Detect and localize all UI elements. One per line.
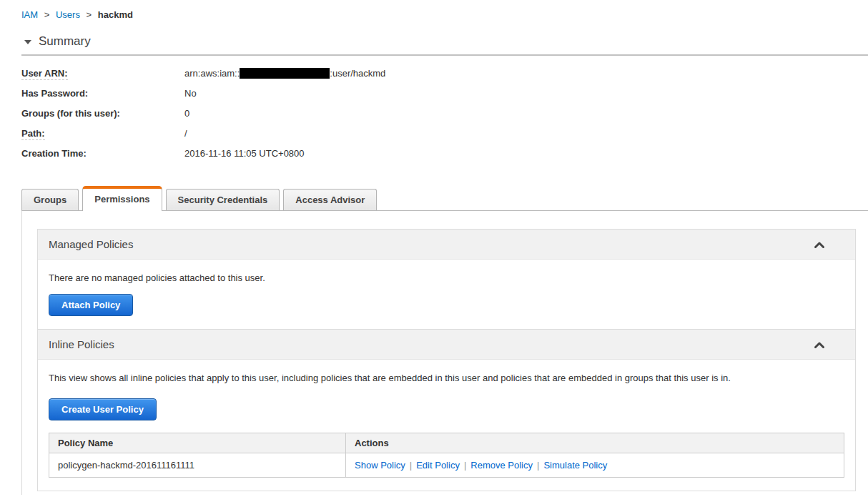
user-arn-value: arn:aws:iam:::user/hackmd [184,67,385,80]
field-row-groups: Groups (for this user): 0 [21,107,868,120]
inline-policies-title: Inline Policies [49,338,114,350]
chevron-up-icon[interactable] [814,240,825,252]
field-row-creation-time: Creation Time: 2016-11-16 11:05 UTC+0800 [21,147,868,160]
path-label[interactable]: Path: [21,127,184,140]
simulate-policy-link[interactable]: Simulate Policy [543,460,607,471]
tab-access-advisor[interactable]: Access Advisor [283,189,377,210]
triangle-down-icon [24,40,31,44]
permissions-tab-panel: Managed Policies There are no managed po… [21,211,868,495]
inline-policies-description: This view shows all inline policies that… [49,372,844,384]
edit-policy-link[interactable]: Edit Policy [416,460,460,471]
tab-permissions[interactable]: Permissions [82,186,162,211]
creation-time-value: 2016-11-16 11:05 UTC+0800 [184,147,305,160]
summary-section-toggle[interactable]: Summary [21,34,868,49]
managed-policies-body: There are no managed policies attached t… [38,260,855,329]
summary-divider [21,54,868,56]
actions-column-header: Actions [346,433,844,453]
breadcrumb-separator: > [87,9,92,20]
attach-policy-button[interactable]: Attach Policy [49,294,133,316]
breadcrumb: IAM > Users > hackmd [21,9,868,21]
inline-policies-table: Policy Name Actions policygen-hackmd-201… [49,433,844,478]
actions-cell: Show Policy|Edit Policy|Remove Policy|Si… [346,453,844,478]
user-arn-label[interactable]: User ARN: [21,67,184,80]
breadcrumb-link-users[interactable]: Users [56,9,80,20]
breadcrumb-separator: > [44,9,50,20]
tab-groups[interactable]: Groups [21,189,79,210]
action-separator: | [464,460,466,471]
tab-security-credentials[interactable]: Security Credentials [166,189,280,210]
redacted-account-id [240,68,330,79]
action-separator: | [410,460,412,471]
inline-policies-header[interactable]: Inline Policies [38,329,855,360]
managed-policies-header[interactable]: Managed Policies [38,230,855,260]
tab-bar: Groups Permissions Security Credentials … [21,186,868,211]
field-row-user-arn: User ARN: arn:aws:iam:::user/hackmd [21,67,868,80]
field-row-path: Path: / [21,127,868,140]
has-password-value: No [184,87,197,100]
has-password-label: Has Password: [21,87,184,100]
policies-accordion: Managed Policies There are no managed po… [37,229,856,491]
summary-title: Summary [39,34,91,49]
field-row-has-password: Has Password: No [21,87,868,100]
groups-value: 0 [184,107,189,120]
iam-user-detail-page: IAM > Users > hackmd Summary User ARN: a… [0,0,868,495]
create-user-policy-button[interactable]: Create User Policy [49,398,157,420]
policy-name-column-header: Policy Name [49,433,346,453]
creation-time-label: Creation Time: [21,147,184,160]
managed-policies-empty-text: There are no managed policies attached t… [49,272,844,284]
action-separator: | [537,460,539,471]
table-row: policygen-hackmd-201611161111 Show Polic… [49,453,844,478]
managed-policies-title: Managed Policies [49,238,133,250]
remove-policy-link[interactable]: Remove Policy [470,460,533,471]
summary-fields: User ARN: arn:aws:iam:::user/hackmd Has … [21,67,868,160]
path-value: / [184,127,187,140]
groups-label: Groups (for this user): [21,107,184,120]
chevron-up-icon[interactable] [814,340,825,352]
breadcrumb-link-iam[interactable]: IAM [21,9,38,20]
show-policy-link[interactable]: Show Policy [355,460,405,471]
breadcrumb-current-user: hackmd [98,9,133,20]
inline-policies-body: This view shows all inline policies that… [38,360,855,491]
policy-name-cell: policygen-hackmd-201611161111 [49,453,346,478]
table-header-row: Policy Name Actions [49,433,844,453]
